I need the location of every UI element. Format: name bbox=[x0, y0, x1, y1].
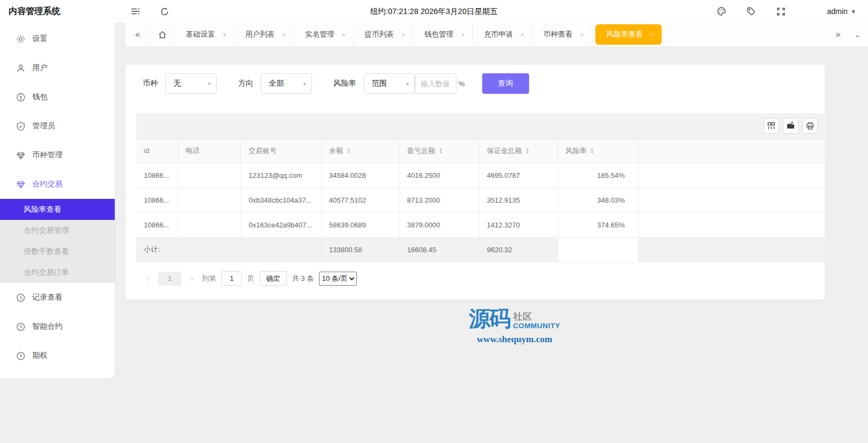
print-icon[interactable] bbox=[802, 118, 818, 134]
subtotal-balance: 133800.58 bbox=[321, 237, 399, 262]
header-balance[interactable]: 余额▲▼ bbox=[321, 139, 399, 163]
subtotal-row: 小计: 133800.58 16608.45 9620.32 bbox=[136, 237, 825, 262]
direction-select[interactable]: 全部 ▾ bbox=[261, 73, 312, 94]
tabs-scroll-right-button[interactable]: » bbox=[836, 29, 841, 40]
cell-pnl: 8713.2000 bbox=[399, 188, 479, 212]
filter-bar: 币种 无 ▾ 方向 全部 ▾ 风险率 范围 ▾ % 查询 bbox=[143, 73, 825, 94]
columns-icon[interactable] bbox=[763, 118, 779, 134]
subtotal-account bbox=[241, 237, 321, 262]
header-risk[interactable]: 风险率▲▼ bbox=[558, 139, 638, 163]
close-icon[interactable]: × bbox=[520, 31, 525, 38]
subtotal-risk bbox=[558, 237, 638, 262]
tab-realname-manage[interactable]: 实名管理× bbox=[294, 23, 354, 46]
query-button[interactable]: 查询 bbox=[482, 73, 529, 94]
submenu-item-contract-trade-manage[interactable]: 合约交易管理 bbox=[0, 220, 115, 241]
user-menu[interactable]: admin▼ bbox=[827, 0, 856, 24]
cell-phone bbox=[178, 163, 241, 188]
sidebar-item-smart-contract[interactable]: 智能合约 bbox=[0, 312, 115, 341]
sidebar-item-wallet[interactable]: $ 钱包 bbox=[0, 82, 115, 112]
home-tab-icon[interactable] bbox=[150, 23, 175, 46]
sidebar-item-label: 合约交易 bbox=[32, 179, 63, 189]
total-count-label: 共 3 条 bbox=[292, 274, 314, 283]
tab-coin-view[interactable]: 币种查看× bbox=[533, 23, 593, 46]
sidebar-item-options[interactable]: 期权 bbox=[0, 341, 115, 370]
current-page-pill[interactable]: 1 bbox=[158, 272, 182, 286]
wallet-dollar-icon: $ bbox=[16, 93, 25, 102]
table-row[interactable]: 10866... 0xb348cbc104a37... 40577.5102 8… bbox=[136, 188, 825, 212]
goto-label: 到第 bbox=[202, 274, 216, 283]
close-icon[interactable]: × bbox=[650, 31, 655, 38]
cell-filler bbox=[638, 212, 825, 237]
tabs-scroll-left-button[interactable]: « bbox=[126, 23, 150, 46]
submenu-item-label: 倍数手数查看 bbox=[24, 247, 69, 257]
close-icon[interactable]: × bbox=[223, 31, 227, 38]
sort-icon[interactable]: ▲▼ bbox=[439, 148, 443, 154]
sort-icon[interactable]: ▲▼ bbox=[347, 148, 351, 154]
submenu-item-multiple-lots-view[interactable]: 倍数手数查看 bbox=[0, 241, 115, 262]
sidebar-item-label: 期权 bbox=[32, 351, 47, 361]
sidebar-item-users[interactable]: 用户 bbox=[0, 53, 115, 82]
sidebar-item-settings[interactable]: 设置 bbox=[0, 24, 115, 53]
fold-menu-icon[interactable] bbox=[128, 0, 142, 23]
tag-icon[interactable] bbox=[744, 0, 758, 23]
tab-wallet-manage[interactable]: 钱包管理× bbox=[413, 23, 473, 46]
close-icon[interactable]: × bbox=[580, 31, 585, 38]
currency-select[interactable]: 无 ▾ bbox=[165, 73, 217, 94]
goto-page-input[interactable] bbox=[221, 271, 242, 286]
close-icon[interactable]: × bbox=[461, 31, 465, 38]
close-icon[interactable]: × bbox=[342, 31, 346, 38]
sidebar-item-records-view[interactable]: 记录查看 bbox=[0, 283, 115, 312]
sidebar-item-contract-trade[interactable]: 合约交易 bbox=[0, 170, 115, 199]
table-row[interactable]: 10866... 0x163ce42a9b407... 58639.0689 3… bbox=[136, 212, 825, 237]
theme-palette-icon[interactable] bbox=[714, 0, 728, 23]
fullscreen-icon[interactable] bbox=[774, 0, 788, 23]
header-pnl[interactable]: 盈亏总额▲▼ bbox=[399, 139, 479, 163]
logo-text-sub-cn: 社区 bbox=[513, 312, 532, 321]
sidebar-item-admins[interactable]: 管理员 bbox=[0, 112, 115, 141]
export-icon[interactable] bbox=[783, 118, 798, 134]
header-account: 交易账号 bbox=[241, 139, 321, 163]
cell-account: 123123@qq.com bbox=[241, 163, 321, 188]
close-icon[interactable]: × bbox=[401, 31, 406, 38]
confirm-page-button[interactable]: 确定 bbox=[260, 271, 287, 286]
sort-icon[interactable]: ▲▼ bbox=[591, 148, 594, 154]
tab-withdraw-list[interactable]: 提币列表× bbox=[354, 23, 414, 46]
subtotal-filler bbox=[638, 237, 825, 262]
tabs-menu-button[interactable]: ⌄ bbox=[855, 31, 860, 39]
gem-icon bbox=[16, 180, 25, 189]
cell-phone bbox=[178, 188, 241, 212]
chevron-down-icon: ▾ bbox=[207, 80, 211, 87]
direction-filter-label: 方向 bbox=[238, 79, 253, 88]
table-row[interactable]: 10866... 123123@qq.com 34584.0028 4016.2… bbox=[136, 163, 825, 188]
next-page-icon[interactable]: › bbox=[187, 274, 197, 283]
percent-sign: % bbox=[459, 80, 465, 88]
tab-user-list[interactable]: 用户列表× bbox=[235, 23, 295, 46]
page-size-select[interactable]: 10 条/页 bbox=[319, 272, 357, 286]
prev-page-icon[interactable]: ‹ bbox=[143, 274, 152, 283]
tab-basic-settings[interactable]: 基础设置× bbox=[175, 23, 235, 46]
tab-deposit-apply[interactable]: 充币申请× bbox=[473, 23, 533, 46]
subtotal-phone bbox=[178, 237, 241, 262]
submenu-item-risk-rate-view[interactable]: 风险率查看 bbox=[0, 199, 115, 220]
cell-account: 0x163ce42a9b407... bbox=[241, 212, 321, 237]
gem-icon bbox=[16, 151, 25, 160]
sidebar-item-coin-management[interactable]: 币种管理 bbox=[0, 141, 115, 170]
history-clock-icon bbox=[16, 322, 25, 331]
tab-risk-rate-view[interactable]: 风险率查看× bbox=[595, 24, 662, 45]
chevron-down-icon: ▼ bbox=[851, 1, 856, 23]
table-header-row: id 电话 交易账号 余额▲▼ 盈亏总额▲▼ 保证金总额▲▼ 风险率▲▼ bbox=[136, 139, 825, 163]
sidebar-item-label: 管理员 bbox=[32, 121, 55, 131]
close-icon[interactable]: × bbox=[282, 31, 287, 38]
header-margin[interactable]: 保证金总额▲▼ bbox=[479, 139, 558, 163]
pagination: ‹ 1 › 到第 页 确定 共 3 条 10 条/页 bbox=[136, 268, 824, 289]
risk-mode-select[interactable]: 范围 ▾ bbox=[364, 73, 415, 94]
submenu-item-contract-trade-orders[interactable]: 合约交易订单 bbox=[0, 262, 115, 283]
risk-mode-select-value: 范围 bbox=[372, 79, 387, 88]
history-clock-icon bbox=[16, 293, 25, 302]
table-toolbar bbox=[136, 113, 824, 139]
watermark: 源码 社区 COMMUNITY www.shequym.com bbox=[434, 308, 595, 345]
sidebar-item-label: 智能合约 bbox=[32, 322, 63, 331]
sort-icon[interactable]: ▲▼ bbox=[526, 148, 530, 154]
refresh-icon[interactable] bbox=[157, 0, 171, 23]
risk-value-input[interactable] bbox=[415, 73, 456, 94]
